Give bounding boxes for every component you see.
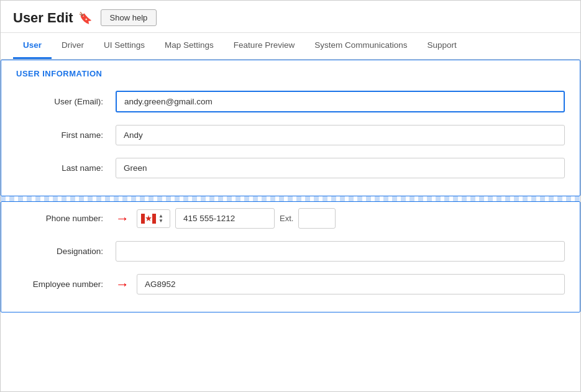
user-information-title: USER INFORMATION [1, 60, 580, 84]
phone-row: Phone number: → [1, 202, 580, 235]
last-name-label: Last name: [16, 163, 103, 173]
designation-input[interactable] [116, 241, 565, 262]
employee-number-input-wrap: → [116, 274, 565, 294]
tab-map-settings[interactable]: Map Settings [155, 33, 224, 59]
user-information-section: USER INFORMATION User (Email): ← First n… [1, 60, 580, 196]
email-input[interactable] [116, 91, 565, 112]
tab-user[interactable]: User [13, 33, 52, 59]
employee-number-row: Employee number: → [1, 268, 580, 301]
show-help-button[interactable]: Show help [101, 9, 157, 26]
email-label: User (Email): [16, 97, 103, 106]
phone-label: Phone number: [16, 214, 103, 223]
ext-label: Ext. [280, 214, 293, 223]
tabs-bar: User Driver UI Settings Map Settings Fea… [1, 33, 580, 60]
svg-rect-2 [152, 214, 156, 224]
phone-ext-input[interactable] [298, 208, 336, 229]
employee-number-label: Employee number: [16, 280, 103, 289]
last-name-input-wrap [116, 158, 565, 178]
contact-information-section: Phone number: → [1, 201, 580, 312]
page-header: User Edit 🔖 Show help [1, 1, 580, 33]
tab-system-communications[interactable]: System Communications [304, 33, 417, 59]
svg-rect-1 [141, 214, 145, 224]
designation-label: Designation: [16, 247, 103, 256]
employee-arrow-icon: → [116, 276, 129, 293]
employee-number-input[interactable] [137, 274, 565, 294]
title-text: User Edit [13, 10, 73, 26]
last-name-input[interactable] [116, 158, 565, 178]
page-wrapper: User Edit 🔖 Show help User Driver UI Set… [0, 0, 581, 392]
designation-row: Designation: [1, 235, 580, 268]
last-name-row: Last name: [1, 152, 580, 185]
phone-arrow-icon: → [116, 211, 129, 227]
tab-feature-preview[interactable]: Feature Preview [224, 33, 304, 59]
designation-input-wrap [116, 241, 565, 262]
tab-support[interactable]: Support [417, 33, 466, 59]
section-divider [1, 196, 580, 201]
email-input-wrap: ← [116, 91, 565, 112]
country-chevrons-icon: ▲ ▼ [158, 214, 163, 224]
page-title: User Edit 🔖 [13, 10, 92, 26]
first-name-input-wrap [116, 125, 565, 145]
phone-input-wrap: → ▲ ▼ [116, 208, 565, 229]
tab-driver[interactable]: Driver [52, 33, 94, 59]
canada-flag-icon [141, 214, 156, 224]
first-name-row: First name: [1, 119, 580, 152]
bookmark-icon: 🔖 [78, 11, 92, 25]
first-name-input[interactable] [116, 125, 565, 145]
country-code-select[interactable]: ▲ ▼ [137, 209, 170, 228]
email-row: User (Email): ← [1, 84, 580, 119]
tab-ui-settings[interactable]: UI Settings [94, 33, 155, 59]
phone-number-input[interactable] [175, 208, 275, 229]
first-name-label: First name: [16, 130, 103, 140]
